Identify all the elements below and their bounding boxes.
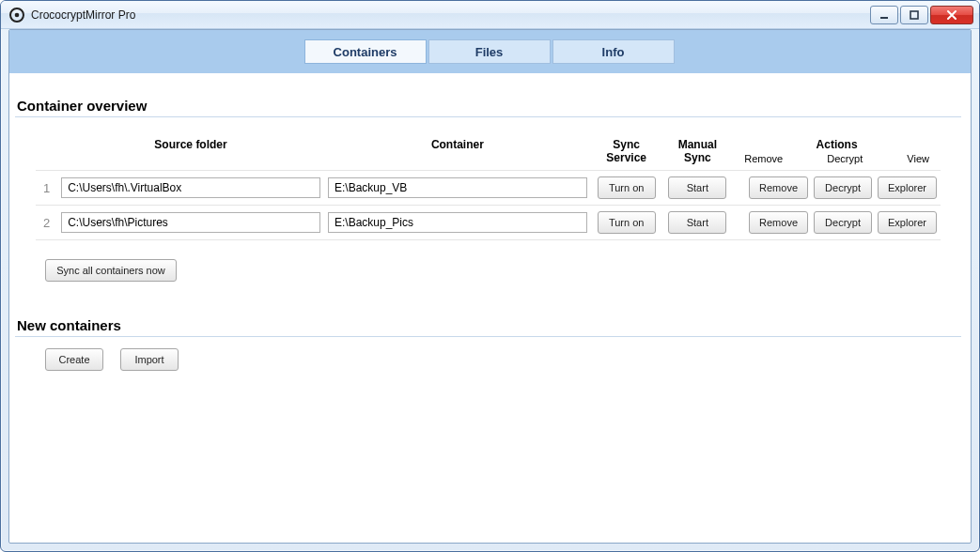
explorer-button[interactable]: Explorer — [878, 211, 937, 234]
col-container: Container — [324, 134, 591, 171]
col-sub-decrypt: Decrypt — [827, 153, 863, 164]
import-button[interactable]: Import — [120, 348, 179, 371]
col-actions: Actions Remove Decrypt View — [733, 134, 941, 171]
decrypt-button[interactable]: Decrypt — [814, 176, 872, 199]
nav-banner: Containers Files Info — [9, 30, 971, 73]
manual-sync-button[interactable]: Start — [668, 176, 726, 199]
source-folder-input[interactable] — [61, 177, 320, 198]
row-number: 1 — [36, 171, 57, 206]
table-row: 2 Turn on Start Remove Decrypt — [36, 206, 941, 240]
tab-containers[interactable]: Containers — [304, 39, 427, 64]
col-sub-view: View — [907, 153, 929, 164]
section-rule — [15, 336, 961, 337]
row-number: 2 — [36, 206, 57, 240]
container-table: Source folder Container Sync Service Man… — [36, 134, 941, 240]
tab-info[interactable]: Info — [552, 39, 675, 64]
table-row: 1 Turn on Start Remove Decrypt — [36, 171, 941, 206]
app-icon — [8, 7, 25, 23]
container-path-input[interactable] — [328, 177, 587, 198]
sync-all-button[interactable]: Sync all containers now — [45, 259, 177, 282]
app-window: CrococryptMirror Pro Containers — [0, 0, 980, 552]
close-button[interactable] — [930, 6, 973, 24]
sync-service-button[interactable]: Turn on — [598, 211, 656, 234]
maximize-button[interactable] — [900, 6, 928, 24]
scroll-viewport[interactable]: Containers Files Info Container overview — [9, 30, 971, 543]
svg-rect-2 — [880, 17, 888, 19]
sync-service-button[interactable]: Turn on — [598, 176, 656, 199]
explorer-button[interactable]: Explorer — [878, 176, 937, 199]
section-title-new: New containers — [17, 317, 961, 333]
col-source-folder: Source folder — [57, 134, 324, 171]
window-controls — [868, 6, 973, 24]
svg-point-1 — [15, 12, 20, 17]
client-area: Containers Files Info Container overview — [8, 29, 972, 544]
col-sync-service: Sync Service — [591, 134, 662, 171]
remove-button[interactable]: Remove — [749, 211, 808, 234]
section-rule — [15, 116, 961, 117]
titlebar: CrococryptMirror Pro — [1, 1, 979, 29]
create-button[interactable]: Create — [45, 348, 103, 371]
minimize-button[interactable] — [870, 6, 898, 24]
col-sub-remove: Remove — [744, 153, 783, 164]
col-manual-sync: Manual Sync — [662, 134, 734, 171]
remove-button[interactable]: Remove — [749, 176, 808, 199]
svg-rect-3 — [910, 11, 918, 19]
decrypt-button[interactable]: Decrypt — [814, 211, 872, 234]
manual-sync-button[interactable]: Start — [668, 211, 726, 234]
container-path-input[interactable] — [328, 212, 587, 233]
tab-files[interactable]: Files — [428, 39, 551, 64]
app-title: CrococryptMirror Pro — [31, 8, 135, 22]
section-title-overview: Container overview — [17, 98, 961, 114]
source-folder-input[interactable] — [61, 212, 320, 233]
